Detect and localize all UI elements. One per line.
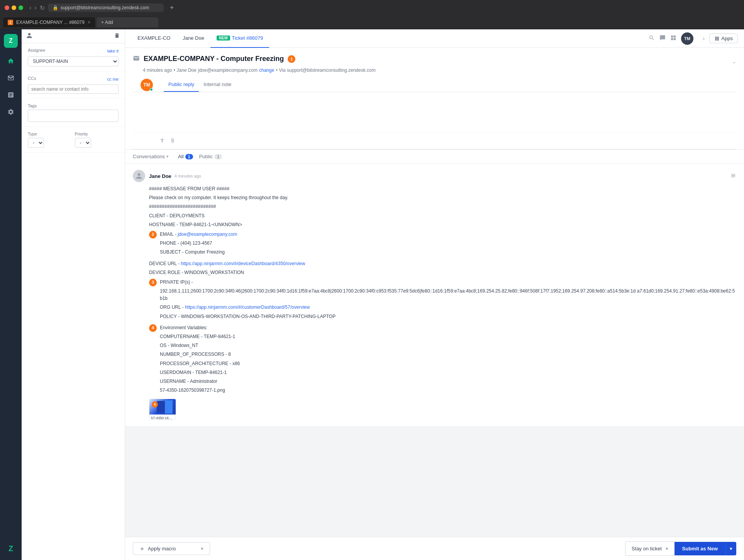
submit-as-new-button[interactable]: Submit as New	[675, 542, 725, 555]
tab-jane-doe[interactable]: Jane Doe	[176, 29, 210, 48]
tab-internal-note-label: Internal note	[203, 81, 231, 87]
device-url-link[interactable]: https://app.ninjarmm.com/#/deviceDashboa…	[181, 261, 305, 266]
sidebar-icon-home[interactable]	[4, 54, 18, 68]
email-link[interactable]: jdoe@examplecompany.com	[178, 232, 237, 237]
msg-computername: COMPUTERNAME - TEMP-84621-1	[160, 333, 240, 340]
org-url-link[interactable]: https://app.ninjarmm.com/#/customerDashb…	[185, 305, 310, 310]
apps-button[interactable]: Apps	[709, 34, 738, 43]
top-icons: TM	[644, 32, 698, 45]
grid-icon[interactable]	[670, 35, 676, 42]
address-bar[interactable]: 🔒 support@bitstreamconsulting.zendesk.co…	[48, 3, 164, 12]
stay-on-ticket-chevron-icon: ▾	[666, 546, 668, 552]
msg-userdomain: USERDOMAIN - TEMP-84621-1	[160, 369, 240, 376]
breadcrumb-expand-chevron[interactable]: ›	[703, 35, 705, 42]
msg-client: CLIENT - DEPLOYMENTS	[149, 212, 736, 220]
submit-dropdown-button[interactable]: ▾	[725, 542, 736, 555]
msg-email: EMAIL - jdoe@examplecompany.com	[160, 231, 237, 238]
tab-close-button[interactable]: ×	[88, 20, 90, 25]
cc-me-link[interactable]: cc me	[107, 77, 119, 81]
ticket-meta-time: 4 minutes ago	[143, 68, 172, 73]
user-avatar-top[interactable]: TM	[681, 32, 693, 45]
type-select[interactable]: -	[28, 138, 44, 148]
ticket-title-row: EXAMPLE-COMPANY - Computer Freezing 1 ⌄	[133, 53, 736, 64]
new-tab-label: + Add	[101, 20, 113, 25]
take-it-link[interactable]: take it	[107, 49, 119, 53]
reply-area: TM Public reply Internal note	[133, 78, 736, 149]
search-icon[interactable]	[649, 35, 655, 42]
ticket-meta-dot2: •	[276, 68, 277, 73]
sidebar-icon-reports[interactable]	[4, 88, 18, 102]
scrollable-area: EXAMPLE-COMPANY - Computer Freezing 1 ⌄ …	[125, 48, 744, 537]
collapse-button[interactable]: ⌄	[732, 53, 736, 64]
chat-icon[interactable]	[659, 35, 666, 42]
reply-textarea[interactable]	[159, 97, 729, 132]
badge-4-section: 4 Environment Variables: COMPUTERNAME - …	[149, 324, 736, 396]
msg-hash-header: ##### MESSAGE FROM USER #####	[149, 185, 736, 193]
sidebar-icon-inbox[interactable]	[4, 71, 18, 85]
message-header: Jane Doe 4 minutes ago	[133, 170, 736, 182]
badge-3-section: 3 PRIVATE IP(s) - 192.168.1.111;2600:170…	[149, 279, 736, 322]
msg-separator: ##########################	[149, 203, 736, 210]
tags-label: Tags	[28, 103, 119, 108]
new-tab[interactable]: + Add	[97, 17, 158, 27]
ticket-header: EXAMPLE-COMPANY - Computer Freezing 1 ⌄ …	[125, 48, 744, 150]
attach-file-button[interactable]	[168, 136, 177, 146]
tab-conversations[interactable]: Conversations ▾	[133, 154, 169, 159]
tab-example-company-label: EXAMPLE-CO	[137, 35, 170, 41]
submit-dropdown-chevron-icon: ▾	[730, 546, 732, 552]
maximize-button[interactable]	[19, 5, 23, 10]
tab-ticket-label: Ticket #86079	[232, 35, 263, 41]
sidebar-icon-zendesk-logo[interactable]: Z	[4, 541, 18, 555]
logo-text: Z	[9, 37, 13, 44]
icon-sidebar: Z Z	[0, 29, 22, 560]
all-label: All	[178, 154, 183, 159]
close-button[interactable]	[5, 5, 9, 10]
ticket-meta-change-link[interactable]: change	[259, 68, 274, 73]
sidebar-icon-settings[interactable]	[4, 105, 18, 119]
main-content: EXAMPLE-CO Jane Doe NEW Ticket #86079	[125, 29, 744, 560]
left-panel-trash-icon[interactable]	[114, 32, 120, 40]
conversations-tabs-bar: Conversations ▾ All 1 Public 1	[125, 150, 744, 164]
badge-3: 3	[149, 279, 157, 286]
top-nav-right: TM › Apps	[644, 32, 738, 45]
online-indicator	[150, 88, 153, 91]
active-tab[interactable]: Z EXAMPLE-COMPANY ... #86079 ×	[3, 17, 95, 27]
ticket-meta: 4 minutes ago • Jane Doe jdoe@examplecom…	[133, 66, 736, 73]
new-tab-button[interactable]: +	[170, 4, 174, 12]
tags-input[interactable]	[28, 110, 119, 122]
stay-on-ticket-button[interactable]: Stay on ticket ▾	[625, 541, 675, 556]
app-logo[interactable]: Z	[4, 34, 18, 48]
type-priority-row: Type - Priority -	[28, 132, 119, 148]
refresh-button[interactable]: ↻	[40, 4, 45, 12]
minimize-button[interactable]	[12, 5, 16, 10]
message-actions[interactable]	[730, 173, 736, 180]
type-label: Type	[28, 132, 72, 136]
forward-button[interactable]: ›	[34, 4, 36, 12]
cc-input[interactable]	[28, 85, 119, 94]
attachment-label: 57-4350-1620750...	[149, 415, 176, 420]
tab-public-reply[interactable]: Public reply	[164, 78, 199, 92]
attachment-thumbnail[interactable]: 5 57-4350-1620750... PNG	[149, 399, 176, 420]
lock-icon: 🔒	[53, 5, 58, 10]
apply-macro-button[interactable]: Apply macro ▾	[133, 542, 210, 555]
tab-all[interactable]: All 1	[178, 154, 193, 159]
assignee-label: Assignee	[28, 48, 45, 52]
tab-internal-note[interactable]: Internal note	[199, 78, 236, 92]
tab-public[interactable]: Public 1	[199, 154, 222, 159]
apply-macro-chevron-icon: ▾	[201, 546, 203, 552]
type-field: Type -	[28, 132, 72, 148]
tab-ticket[interactable]: NEW Ticket #86079	[210, 29, 269, 48]
format-text-button[interactable]: T	[159, 136, 165, 146]
msg-filename: 57-4350-1620750398727-1.png	[160, 387, 240, 394]
browser-navigation: ‹ › ↻	[29, 4, 45, 12]
msg-os: OS - Windows_NT	[160, 342, 240, 349]
ticket-meta-author: Jane Doe	[177, 68, 197, 73]
priority-select[interactable]: -	[75, 138, 91, 148]
assignee-select[interactable]: SUPPORT-MAIN	[28, 56, 119, 66]
attachment-area: 5 57-4350-1620750... PNG	[149, 399, 736, 420]
tab-example-company[interactable]: EXAMPLE-CO	[131, 29, 176, 48]
left-panel-user-icon[interactable]	[26, 32, 32, 40]
back-button[interactable]: ‹	[29, 4, 31, 12]
all-count-badge: 1	[185, 154, 193, 159]
apps-label: Apps	[721, 36, 733, 41]
